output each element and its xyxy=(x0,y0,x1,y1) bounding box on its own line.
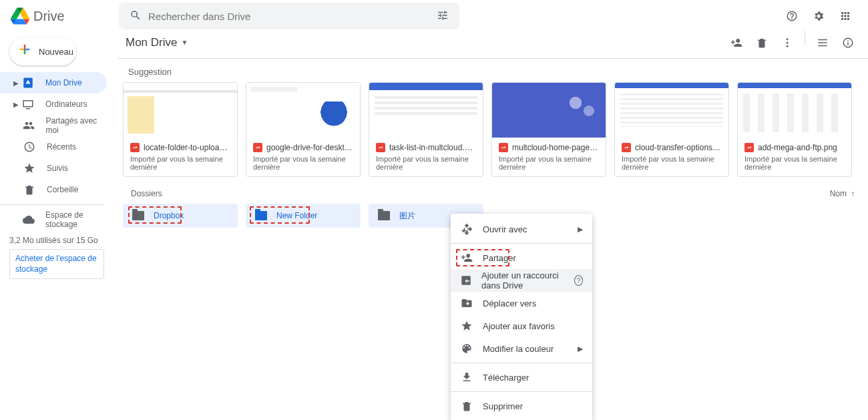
star-icon xyxy=(23,162,36,174)
arrow-up-icon: ↑ xyxy=(851,189,855,198)
search-input[interactable] xyxy=(148,11,430,22)
apps-icon[interactable] xyxy=(833,4,857,28)
person-add-icon xyxy=(460,252,473,264)
image-file-icon xyxy=(376,143,385,152)
download-icon xyxy=(460,371,473,383)
svg-point-0 xyxy=(787,38,789,40)
new-button-label: Nouveau xyxy=(39,47,73,57)
sidebar-item-shared[interactable]: Partagés avec moi xyxy=(0,115,107,136)
thumbnail xyxy=(246,83,360,138)
tune-icon[interactable] xyxy=(430,9,455,23)
info-circle-icon: ? xyxy=(574,275,583,286)
search-bar[interactable] xyxy=(119,3,459,29)
suggestion-card[interactable]: multcloud-home-page (1).pngImporté par v… xyxy=(491,82,606,177)
ctx-move-to[interactable]: Déplacer vers xyxy=(451,292,592,314)
clock-icon xyxy=(23,141,36,153)
ctx-change-color[interactable]: Modifier la couleur ▶ xyxy=(451,337,592,360)
open-with-icon xyxy=(460,223,473,235)
image-file-icon xyxy=(499,143,508,152)
search-icon xyxy=(123,9,148,23)
ctx-open-with[interactable]: Ouvrir avec ▶ xyxy=(451,218,592,240)
folders-heading: Dossiers xyxy=(131,189,162,198)
sidebar-item-starred[interactable]: Suivis xyxy=(0,158,107,179)
delete-icon xyxy=(460,400,473,412)
trash-icon xyxy=(23,184,36,196)
drive-small-icon xyxy=(21,77,35,89)
sidebar-item-recent[interactable]: Récents xyxy=(0,136,107,158)
sidebar-item-mydrive[interactable]: ▶ Mon Drive xyxy=(0,72,107,93)
shortcut-icon xyxy=(460,274,472,286)
image-file-icon xyxy=(744,143,754,152)
image-file-icon xyxy=(622,143,631,152)
dropdown-caret-icon: ▼ xyxy=(181,39,188,46)
shared-folder-icon xyxy=(255,211,267,220)
thumbnail xyxy=(124,83,237,138)
chevron-right-icon: ▶ xyxy=(578,225,583,234)
sidebar-item-computers[interactable]: ▶ Ordinateurs xyxy=(0,93,107,115)
cloud-icon xyxy=(23,214,35,226)
thumbnail xyxy=(738,83,851,138)
thumbnail xyxy=(615,83,728,138)
thumbnail xyxy=(492,83,606,138)
suggestion-card[interactable]: google-drive-for-desktop.pngImporté par … xyxy=(246,82,361,177)
suggestion-card[interactable]: add-mega-and-ftp.pngImporté par vous la … xyxy=(737,82,852,177)
caret-icon: ▶ xyxy=(13,79,19,87)
new-button[interactable]: Nouveau xyxy=(9,37,76,65)
sort-button[interactable]: Nom ↑ xyxy=(830,189,855,198)
folder-dropbox[interactable]: Dropbox xyxy=(123,204,238,228)
ctx-add-starred[interactable]: Ajouter aux favoris xyxy=(451,314,592,337)
more-icon[interactable] xyxy=(775,31,799,55)
chevron-right-icon: ▶ xyxy=(578,345,583,353)
storage-used-text: 3,2 Mo utilisés sur 15 Go xyxy=(9,236,104,245)
sidebar-item-trash[interactable]: Corbeille xyxy=(0,179,107,200)
settings-icon[interactable] xyxy=(807,4,831,28)
list-view-icon[interactable] xyxy=(811,31,835,55)
info-icon[interactable] xyxy=(836,31,860,55)
computer-icon xyxy=(21,98,35,110)
help-icon[interactable] xyxy=(780,4,804,28)
ctx-add-shortcut[interactable]: Ajouter un raccourci dans Drive ? xyxy=(451,269,592,292)
image-file-icon xyxy=(130,143,140,152)
context-menu: Ouvrir avec ▶ Partager Ajouter un raccou… xyxy=(451,214,592,420)
suggestion-heading: Suggestion xyxy=(118,59,868,82)
folder-new-folder[interactable]: New Folder xyxy=(246,204,361,228)
folder-icon xyxy=(378,211,390,220)
app-title: Drive xyxy=(33,9,65,24)
thumbnail xyxy=(369,83,483,138)
share-person-icon[interactable] xyxy=(724,31,748,55)
suggestion-card[interactable]: cloud-transfer-options.pngImporté par vo… xyxy=(614,82,729,177)
ctx-download[interactable]: Télécharger xyxy=(451,366,592,389)
ctx-delete[interactable]: Supprimer xyxy=(451,395,592,417)
suggestion-card[interactable]: locate-folder-to-upload-to-go...Importé … xyxy=(123,82,238,177)
buy-storage-link[interactable]: Acheter de l'espace de stockage xyxy=(9,249,104,279)
move-icon xyxy=(460,297,473,309)
remove-icon[interactable] xyxy=(750,31,774,55)
people-icon xyxy=(23,120,35,132)
svg-point-2 xyxy=(787,45,789,47)
image-file-icon xyxy=(253,143,262,152)
ctx-share[interactable]: Partager xyxy=(451,246,592,269)
sidebar-item-storage[interactable]: Espace de stockage xyxy=(0,209,107,230)
caret-icon: ▶ xyxy=(13,101,19,108)
location-breadcrumb[interactable]: Mon Drive ▼ xyxy=(126,36,188,49)
drive-logo-icon xyxy=(11,7,29,25)
folder-icon xyxy=(132,211,144,220)
suggestion-card[interactable]: task-list-in-multcloud.pngImporté par vo… xyxy=(369,82,483,177)
plus-icon xyxy=(17,42,32,61)
palette-icon xyxy=(460,343,473,355)
svg-point-1 xyxy=(787,41,789,43)
star-outline-icon xyxy=(460,320,473,332)
